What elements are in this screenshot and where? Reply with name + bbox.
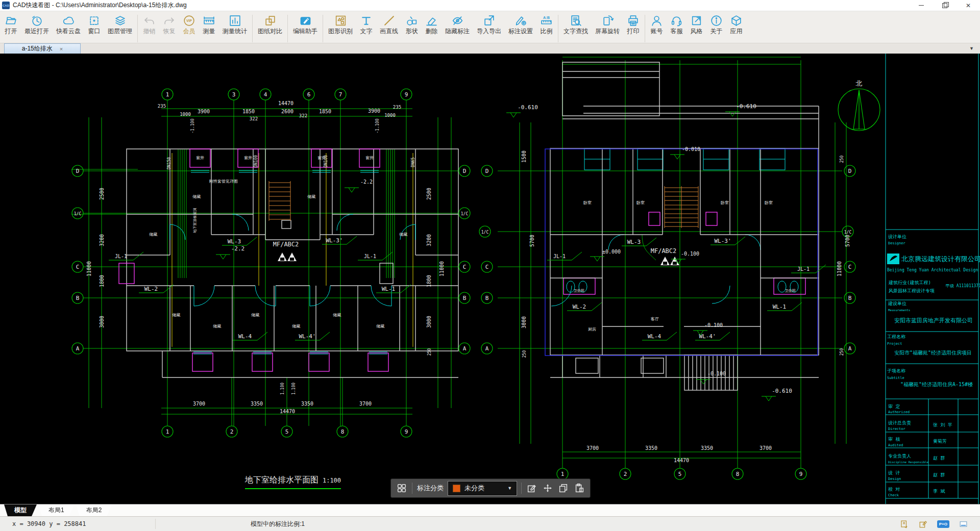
window-title: CAD快速看图 - C:\Users\Administrator\Desktop… — [13, 1, 187, 10]
svg-text:JL-1: JL-1 — [115, 254, 127, 259]
minimized-window-icon[interactable] — [954, 519, 973, 529]
toolbar-label: 图纸对比 — [258, 28, 282, 35]
svg-text:窗井: 窗井 — [365, 156, 374, 160]
svg-text:WL-3: WL-3 — [627, 239, 641, 245]
toolbar-vip-button[interactable]: VIP会员 — [179, 14, 199, 35]
divider — [155, 519, 156, 529]
svg-text:卫生间: 卫生间 — [574, 289, 584, 293]
close-icon: ✕ — [966, 2, 971, 9]
svg-text:-1.100: -1.100 — [375, 118, 380, 133]
toolbar-findtext-button[interactable]: 文字查找 — [560, 14, 592, 35]
toolbar-text-button[interactable]: 文字 — [356, 14, 376, 35]
svg-text:3900: 3900 — [755, 54, 767, 54]
paste-annotation-icon[interactable] — [574, 483, 585, 494]
toolbar-label: 账号 — [651, 28, 663, 35]
toolbar-redo-button[interactable]: 恢复 — [159, 14, 179, 35]
move-annotation-icon[interactable] — [542, 483, 553, 494]
svg-text:Project: Project — [887, 342, 902, 346]
toolbar-window-button[interactable]: 窗口 — [84, 14, 104, 35]
svg-text:C: C — [76, 264, 80, 270]
svg-text:D: D — [463, 168, 467, 174]
svg-text:储藏: 储藏 — [213, 324, 222, 328]
doc-tab-label: a-15给排水 — [22, 44, 53, 53]
svg-text:卧室: 卧室 — [636, 200, 645, 205]
cloud-icon — [62, 14, 75, 27]
edit-annotation-icon[interactable] — [526, 483, 537, 494]
toolbar-about-button[interactable]: 关于 — [706, 14, 726, 35]
svg-text:设计总负责: 设计总负责 — [888, 420, 911, 425]
toolbar-cloud-button[interactable]: 快看云盘 — [53, 14, 84, 35]
copy-annotation-icon[interactable] — [558, 483, 569, 494]
svg-text:-0.610: -0.610 — [772, 388, 792, 394]
minimize-button[interactable] — [910, 0, 933, 11]
svg-text:11000: 11000 — [837, 261, 842, 276]
svg-text:WL-1: WL-1 — [773, 304, 787, 310]
svg-text:-0.100: -0.100 — [707, 371, 726, 376]
svg-text:张 刘 平: 张 刘 平 — [933, 422, 952, 427]
category-grid-icon[interactable] — [396, 483, 407, 494]
divider — [412, 483, 412, 494]
svg-text:刚性套管见详图: 刚性套管见详图 — [209, 179, 238, 184]
svg-text:储藏: 储藏 — [292, 324, 301, 328]
svg-text:设计单位: 设计单位 — [888, 234, 906, 239]
svg-text:14470: 14470 — [674, 458, 689, 463]
restore-button[interactable] — [933, 0, 957, 11]
sheet-tab-layout2[interactable]: 布局2 — [76, 504, 112, 516]
tab-overflow-button[interactable]: ▼ — [969, 46, 974, 51]
toolbar-line-button[interactable]: 画直线 — [376, 14, 402, 35]
toolbar-print-button[interactable]: 打印 — [623, 14, 643, 35]
toolbar-compare-button[interactable]: 图纸对比 — [254, 14, 286, 35]
toolbar-apps-button[interactable]: 应用 — [726, 14, 746, 35]
sheet-tab-model[interactable]: 模型 — [4, 504, 37, 516]
toolbar-scale-button[interactable]: A:B比例 — [536, 14, 556, 35]
close-button[interactable]: ✕ — [957, 0, 980, 11]
toolbar-account-button[interactable]: 账号 — [647, 14, 667, 35]
svg-text:储藏: 储藏 — [399, 232, 408, 237]
svg-text:7: 7 — [339, 91, 342, 98]
svg-text:风景园林工程设计专项: 风景园林工程设计专项 — [889, 288, 935, 293]
toolbar-eraser-button[interactable]: 删除 — [422, 14, 442, 35]
toolbar-recent-button[interactable]: 最近打开 — [21, 14, 53, 35]
svg-text:MF/ABC2: MF/ABC2 — [651, 247, 677, 255]
pdf-annotate-icon[interactable] — [914, 519, 933, 529]
toolbar-annotset-button[interactable]: 标注设置 — [505, 14, 536, 35]
toolbar-stats-button[interactable]: 测量统计 — [219, 14, 251, 35]
svg-text:5: 5 — [285, 428, 289, 435]
doc-tab-a-15[interactable]: a-15给排水 × — [4, 43, 81, 54]
toolbar-service-button[interactable]: 客服 — [667, 14, 687, 35]
svg-text:WL-3': WL-3' — [714, 238, 731, 244]
toolbar-rotate-button[interactable]: 屏幕旋转 — [592, 14, 623, 35]
svg-text:3000: 3000 — [521, 316, 527, 328]
svg-text:4: 4 — [264, 91, 267, 98]
toolbar-shapes-button[interactable]: 形状 — [402, 14, 422, 35]
toolbar-undo-button[interactable]: 撤销 — [139, 14, 159, 35]
tab-close-icon[interactable]: × — [60, 46, 63, 52]
sheet-tab-layout1[interactable]: 布局1 — [38, 504, 75, 516]
toolbar-style-button[interactable]: 风格 — [687, 14, 706, 35]
svg-text:2: 2 — [624, 471, 627, 477]
svg-text:厨房: 厨房 — [588, 327, 596, 332]
pdf-overlay-badge[interactable]: P+O — [933, 520, 954, 528]
svg-text:250: 250 — [840, 348, 844, 356]
pdf-export-icon[interactable] — [895, 519, 914, 529]
toolbar-impexp-button[interactable]: 导入导出 — [473, 14, 505, 35]
svg-text:2500: 2500 — [99, 188, 105, 200]
svg-text:A:B: A:B — [543, 15, 550, 20]
toolbar-measure-button[interactable]: 测量 — [199, 14, 219, 35]
svg-text:1:100: 1:100 — [323, 477, 341, 484]
toolbar-recognize-button[interactable]: 图形识别 — [325, 14, 356, 35]
svg-text:Designer: Designer — [888, 241, 905, 245]
toolbar-layers-button[interactable]: 图层管理 — [104, 14, 136, 35]
svg-text:专业负责人: 专业负责人 — [888, 453, 911, 459]
cad-canvas[interactable]: 13467912589D1/CCBAD1/CCBA12589D1/CCBAD1/… — [0, 54, 980, 504]
rotate-icon — [601, 14, 614, 27]
svg-text:"福馨苑"经济适用住房A-15#楼: "福馨苑"经济适用住房A-15#楼 — [900, 382, 973, 387]
svg-text:14470: 14470 — [278, 100, 293, 106]
toolbar-open-button[interactable]: 打开 — [1, 14, 21, 35]
svg-text:工程名称: 工程名称 — [887, 334, 905, 339]
toolbar-label: 标注设置 — [508, 28, 533, 35]
toolbar-hideannot-button[interactable]: 隐藏标注 — [442, 14, 473, 35]
category-dropdown[interactable]: 未分类 ▼ — [448, 482, 517, 495]
svg-text:1850: 1850 — [319, 109, 331, 114]
toolbar-editassist-button[interactable]: 编辑助手 — [289, 14, 321, 35]
